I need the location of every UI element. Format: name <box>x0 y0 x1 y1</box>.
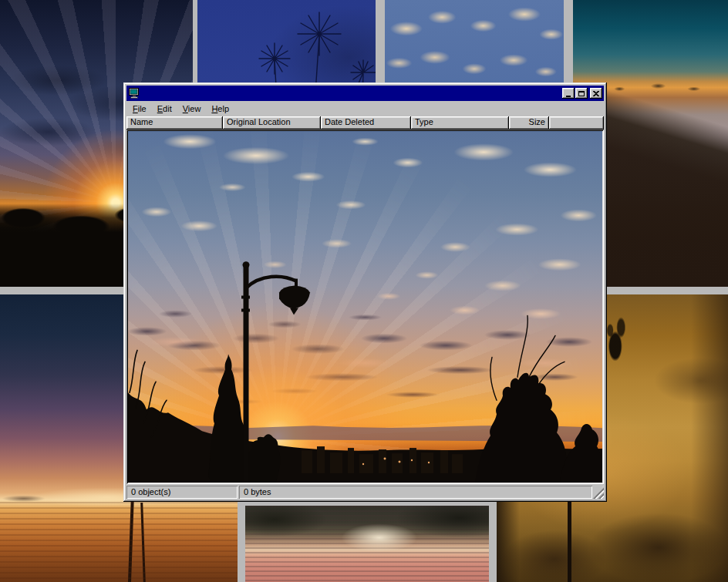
column-header-row: Name Original Location Date Deleted Type… <box>126 116 604 130</box>
menu-view[interactable]: View <box>177 103 207 116</box>
resize-grip[interactable] <box>593 486 604 499</box>
column-header-date-deleted[interactable]: Date Deleted <box>321 116 411 130</box>
column-header-original-location[interactable]: Original Location <box>223 116 321 130</box>
status-object-count: 0 object(s) <box>126 486 238 499</box>
column-header-size[interactable]: Size <box>509 116 549 130</box>
recycle-bin-window: File Edit View Help Name Original Locati… <box>123 82 607 502</box>
foreground-silhouettes <box>128 131 602 483</box>
menu-file[interactable]: File <box>127 103 152 116</box>
menu-edit[interactable]: Edit <box>152 103 177 116</box>
wallpaper-water-reflection-photo <box>245 506 489 582</box>
desktop-wallpaper-collage: File Edit View Help Name Original Locati… <box>0 0 728 582</box>
column-header-type[interactable]: Type <box>411 116 509 130</box>
column-header-filler[interactable] <box>549 116 604 130</box>
maximize-button[interactable] <box>575 88 588 99</box>
close-button[interactable] <box>590 88 602 99</box>
lamp-post-silhouette <box>568 500 571 582</box>
street-lamp-sunset-photo <box>128 131 602 483</box>
close-icon <box>593 91 599 96</box>
file-list-viewport[interactable] <box>126 130 604 484</box>
menu-help[interactable]: Help <box>206 103 234 116</box>
water-pole <box>140 503 146 582</box>
water-pole <box>128 493 134 582</box>
window-titlebar[interactable] <box>126 86 604 101</box>
maximize-icon <box>578 91 585 96</box>
minimize-icon <box>566 96 571 97</box>
status-bar: 0 object(s) 0 bytes <box>126 486 604 499</box>
status-total-size: 0 bytes <box>239 486 592 499</box>
column-header-name[interactable]: Name <box>126 116 223 130</box>
computer-icon[interactable] <box>129 88 140 99</box>
menu-bar: File Edit View Help <box>126 101 604 116</box>
minimize-button[interactable] <box>562 88 575 99</box>
